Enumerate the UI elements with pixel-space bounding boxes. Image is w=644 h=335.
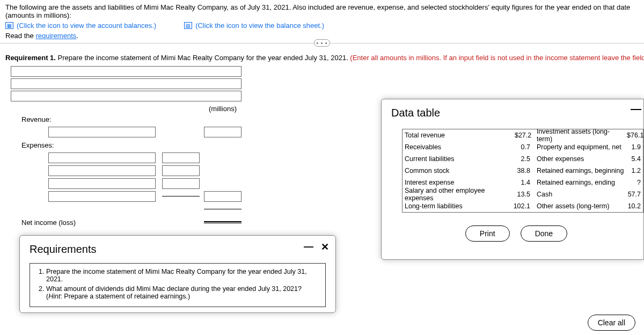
revenue-amount-input[interactable] — [204, 127, 241, 137]
requirements-title: Requirements — [30, 243, 326, 256]
table-row: Current liabilities2.5 Other expenses5.4 — [402, 153, 643, 165]
period: . — [76, 32, 78, 40]
title-input-1[interactable] — [11, 66, 241, 77]
title-input-2[interactable] — [11, 78, 241, 89]
data-table-title: Data table — [391, 107, 641, 119]
netincome-line — [204, 209, 241, 210]
table-row: Common stock38.8 Retained earnings, begi… — [402, 165, 643, 177]
ellipsis-button[interactable]: • • • — [314, 39, 330, 47]
minimize-icon[interactable]: — — [304, 241, 313, 253]
total-expenses-input[interactable] — [204, 191, 241, 202]
requirement-1-text: Prepare the income statement of Mimi Mac… — [56, 54, 350, 62]
net-income-double-underline — [204, 221, 241, 223]
requirements-link[interactable]: requirements — [35, 32, 76, 40]
data-table: Total revenue $ 27.2 Investment assets (… — [402, 129, 643, 213]
table-row: Receivables0.7 Property and equipment, n… — [402, 141, 643, 153]
title-input-3[interactable] — [11, 91, 241, 101]
table-row: Total revenue $ 27.2 Investment assets (… — [402, 129, 643, 141]
intro-text: The following are the assets and liabili… — [5, 3, 639, 19]
view-balances-link[interactable]: (Click the icon to view the account bala… — [17, 21, 156, 30]
expense-account-select-1[interactable] — [48, 152, 156, 163]
expense-account-select-3[interactable] — [48, 178, 156, 189]
expense-amount-1[interactable] — [162, 152, 200, 163]
millions-header: (millions) — [199, 105, 247, 113]
requirements-body: Prepare the income statement of Mimi Mac… — [30, 263, 326, 307]
revenue-account-select[interactable] — [48, 127, 156, 137]
expense-account-select-4[interactable] — [48, 191, 156, 202]
requirement-1-hint: (Enter all amounts in millions. If an in… — [350, 54, 644, 62]
divider: • • • — [0, 43, 644, 50]
revenue-label: Revenue: — [21, 115, 150, 123]
table-row: Long-term liabilities102.1 Other assets … — [402, 200, 643, 212]
done-button[interactable]: Done — [521, 225, 567, 242]
requirement-item-1: Prepare the income statement of Mimi Mac… — [46, 268, 319, 283]
requirement-item-2: What amount of dividends did Mimi Mac de… — [46, 285, 319, 300]
close-icon[interactable]: ✕ — [321, 241, 329, 253]
expense-subtotal-line — [162, 196, 200, 197]
table-row: Salary and other employee expenses13.5 C… — [402, 188, 643, 200]
read-the-label: Read the — [5, 32, 35, 40]
print-button[interactable]: Print — [465, 225, 510, 242]
data-minimize-icon[interactable]: — — [631, 103, 641, 115]
grid-icon[interactable]: ▦ — [5, 22, 13, 29]
expenses-label: Expenses: — [21, 141, 150, 149]
requirement-1-label: Requirement 1. — [5, 54, 56, 62]
expense-amount-2[interactable] — [162, 165, 200, 176]
clear-all-button[interactable]: Clear all — [588, 315, 635, 331]
view-balance-sheet-link[interactable]: (Click the icon to view the balance shee… — [195, 21, 324, 30]
expense-account-select-2[interactable] — [48, 165, 156, 176]
expense-amount-3[interactable] — [162, 178, 200, 189]
requirements-dialog: — ✕ Requirements Prepare the income stat… — [19, 235, 336, 313]
data-table-dialog: — Data table Total revenue $ 27.2 Invest… — [381, 99, 644, 260]
net-income-label: Net income (loss) — [21, 219, 150, 227]
sheet-icon[interactable]: ▤ — [184, 22, 192, 29]
